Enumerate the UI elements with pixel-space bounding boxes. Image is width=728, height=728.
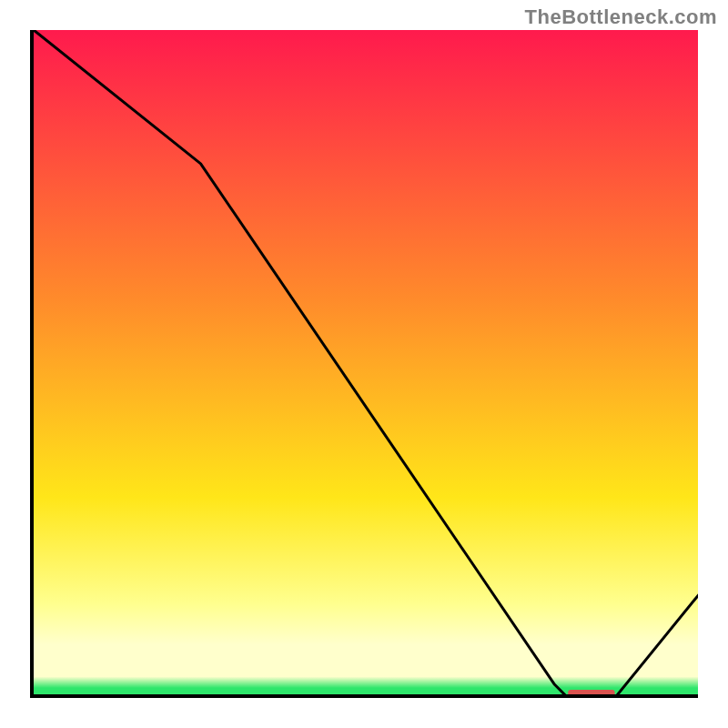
- plot-area: [30, 30, 698, 698]
- watermark-text: TheBottleneck.com: [525, 5, 717, 29]
- bottleneck-chart: TheBottleneck.com: [0, 0, 728, 728]
- svg-rect-1: [568, 690, 614, 697]
- optimal-marker: [34, 30, 698, 698]
